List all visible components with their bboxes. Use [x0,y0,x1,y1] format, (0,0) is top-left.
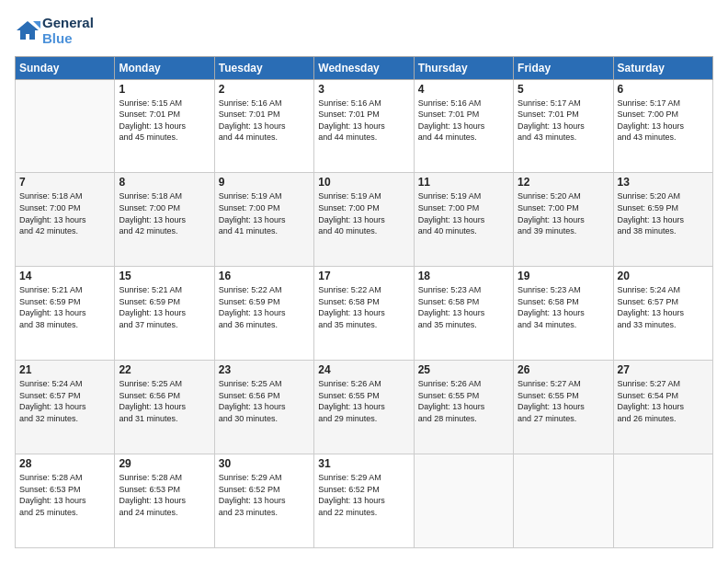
day-number: 31 [318,457,409,470]
calendar-cell: 28Sunrise: 5:28 AM Sunset: 6:53 PM Dayli… [16,454,115,548]
calendar-cell: 13Sunrise: 5:20 AM Sunset: 6:59 PM Dayli… [613,173,712,267]
day-number: 17 [318,270,409,282]
day-number: 12 [518,176,609,189]
day-info: Sunrise: 5:18 AM Sunset: 7:00 PM Dayligh… [119,190,210,236]
calendar-cell: 12Sunrise: 5:20 AM Sunset: 7:00 PM Dayli… [514,173,613,267]
day-info: Sunrise: 5:22 AM Sunset: 6:58 PM Dayligh… [318,284,409,330]
calendar-cell: 21Sunrise: 5:24 AM Sunset: 6:57 PM Dayli… [16,361,115,454]
day-number: 28 [19,457,110,470]
day-number: 24 [318,363,409,376]
day-number: 21 [19,363,110,376]
logo: General Blue [15,15,94,47]
day-info: Sunrise: 5:17 AM Sunset: 7:01 PM Dayligh… [518,98,609,144]
calendar-cell: 7Sunrise: 5:18 AM Sunset: 7:00 PM Daylig… [16,173,115,267]
day-number: 16 [219,270,310,282]
day-info: Sunrise: 5:28 AM Sunset: 6:53 PM Dayligh… [19,472,110,518]
weekday-header-sunday: Sunday [16,56,115,79]
calendar-cell: 4Sunrise: 5:16 AM Sunset: 7:01 PM Daylig… [414,79,513,173]
day-number: 8 [119,176,210,189]
day-info: Sunrise: 5:24 AM Sunset: 6:57 PM Dayligh… [19,378,110,424]
day-number: 1 [119,83,210,96]
calendar-cell: 22Sunrise: 5:25 AM Sunset: 6:56 PM Dayli… [115,361,214,454]
day-info: Sunrise: 5:17 AM Sunset: 7:00 PM Dayligh… [618,98,709,144]
day-number: 23 [219,363,310,376]
calendar-cell: 31Sunrise: 5:29 AM Sunset: 6:52 PM Dayli… [314,454,414,548]
day-info: Sunrise: 5:21 AM Sunset: 6:59 PM Dayligh… [119,284,210,330]
day-number: 13 [618,176,709,189]
day-number: 27 [618,363,709,376]
calendar-table: SundayMondayTuesdayWednesdayThursdayFrid… [15,56,713,549]
calendar-cell: 3Sunrise: 5:16 AM Sunset: 7:01 PM Daylig… [314,79,414,173]
day-info: Sunrise: 5:16 AM Sunset: 7:01 PM Dayligh… [219,98,310,144]
calendar-cell: 29Sunrise: 5:28 AM Sunset: 6:53 PM Dayli… [115,454,214,548]
calendar-cell: 15Sunrise: 5:21 AM Sunset: 6:59 PM Dayli… [115,267,214,361]
day-info: Sunrise: 5:24 AM Sunset: 6:57 PM Dayligh… [618,284,709,330]
day-info: Sunrise: 5:25 AM Sunset: 6:56 PM Dayligh… [219,378,310,424]
calendar-cell: 6Sunrise: 5:17 AM Sunset: 7:00 PM Daylig… [613,79,712,173]
day-number: 10 [318,176,409,189]
weekday-header-thursday: Thursday [414,56,513,79]
day-number: 9 [219,176,310,189]
calendar-cell [16,79,115,173]
day-info: Sunrise: 5:29 AM Sunset: 6:52 PM Dayligh… [318,472,409,518]
calendar-cell: 27Sunrise: 5:27 AM Sunset: 6:54 PM Dayli… [613,361,712,454]
calendar-cell: 20Sunrise: 5:24 AM Sunset: 6:57 PM Dayli… [613,267,712,361]
calendar-cell: 8Sunrise: 5:18 AM Sunset: 7:00 PM Daylig… [115,173,214,267]
calendar-cell: 17Sunrise: 5:22 AM Sunset: 6:58 PM Dayli… [314,267,414,361]
day-info: Sunrise: 5:16 AM Sunset: 7:01 PM Dayligh… [418,98,509,144]
header: General Blue [15,15,713,47]
day-number: 14 [19,270,110,282]
day-info: Sunrise: 5:20 AM Sunset: 7:00 PM Dayligh… [518,190,609,236]
day-number: 3 [318,83,409,96]
day-number: 7 [19,176,110,189]
day-info: Sunrise: 5:15 AM Sunset: 7:01 PM Dayligh… [119,98,210,144]
day-info: Sunrise: 5:16 AM Sunset: 7:01 PM Dayligh… [318,98,409,144]
day-info: Sunrise: 5:21 AM Sunset: 6:59 PM Dayligh… [19,284,110,330]
logo-text: General Blue [42,15,94,47]
day-info: Sunrise: 5:27 AM Sunset: 6:54 PM Dayligh… [618,378,709,424]
day-number: 5 [518,83,609,96]
weekday-header-friday: Friday [514,56,613,79]
calendar-cell: 9Sunrise: 5:19 AM Sunset: 7:00 PM Daylig… [214,173,313,267]
calendar-cell: 23Sunrise: 5:25 AM Sunset: 6:56 PM Dayli… [214,361,313,454]
day-number: 29 [119,457,210,470]
calendar-cell: 10Sunrise: 5:19 AM Sunset: 7:00 PM Dayli… [314,173,414,267]
day-info: Sunrise: 5:27 AM Sunset: 6:55 PM Dayligh… [518,378,609,424]
calendar-cell: 5Sunrise: 5:17 AM Sunset: 7:01 PM Daylig… [514,79,613,173]
calendar-cell: 2Sunrise: 5:16 AM Sunset: 7:01 PM Daylig… [214,79,313,173]
day-info: Sunrise: 5:25 AM Sunset: 6:56 PM Dayligh… [119,378,210,424]
day-info: Sunrise: 5:22 AM Sunset: 6:59 PM Dayligh… [219,284,310,330]
calendar-cell: 30Sunrise: 5:29 AM Sunset: 6:52 PM Dayli… [214,454,313,548]
calendar-cell [514,454,613,548]
day-info: Sunrise: 5:20 AM Sunset: 6:59 PM Dayligh… [618,190,709,236]
day-info: Sunrise: 5:26 AM Sunset: 6:55 PM Dayligh… [418,378,509,424]
day-number: 4 [418,83,509,96]
calendar-cell: 18Sunrise: 5:23 AM Sunset: 6:58 PM Dayli… [414,267,513,361]
logo-icon [15,17,40,43]
day-info: Sunrise: 5:19 AM Sunset: 7:00 PM Dayligh… [318,190,409,236]
calendar-cell: 1Sunrise: 5:15 AM Sunset: 7:01 PM Daylig… [115,79,214,173]
day-info: Sunrise: 5:19 AM Sunset: 7:00 PM Dayligh… [219,190,310,236]
weekday-header-tuesday: Tuesday [214,56,313,79]
calendar-cell: 11Sunrise: 5:19 AM Sunset: 7:00 PM Dayli… [414,173,513,267]
calendar-page: General Blue SundayMondayTuesdayWednesda… [0,0,728,563]
calendar-cell: 26Sunrise: 5:27 AM Sunset: 6:55 PM Dayli… [514,361,613,454]
calendar-cell [414,454,513,548]
day-info: Sunrise: 5:18 AM Sunset: 7:00 PM Dayligh… [19,190,110,236]
calendar-cell [613,454,712,548]
calendar-cell: 24Sunrise: 5:26 AM Sunset: 6:55 PM Dayli… [314,361,414,454]
day-number: 15 [119,270,210,282]
calendar-cell: 19Sunrise: 5:23 AM Sunset: 6:58 PM Dayli… [514,267,613,361]
day-info: Sunrise: 5:26 AM Sunset: 6:55 PM Dayligh… [318,378,409,424]
calendar-cell: 16Sunrise: 5:22 AM Sunset: 6:59 PM Dayli… [214,267,313,361]
day-info: Sunrise: 5:23 AM Sunset: 6:58 PM Dayligh… [518,284,609,330]
day-number: 19 [518,270,609,282]
day-number: 26 [518,363,609,376]
day-number: 22 [119,363,210,376]
day-info: Sunrise: 5:23 AM Sunset: 6:58 PM Dayligh… [418,284,509,330]
day-number: 11 [418,176,509,189]
weekday-header-monday: Monday [115,56,214,79]
day-number: 18 [418,270,509,282]
day-number: 20 [618,270,709,282]
calendar-cell: 14Sunrise: 5:21 AM Sunset: 6:59 PM Dayli… [16,267,115,361]
